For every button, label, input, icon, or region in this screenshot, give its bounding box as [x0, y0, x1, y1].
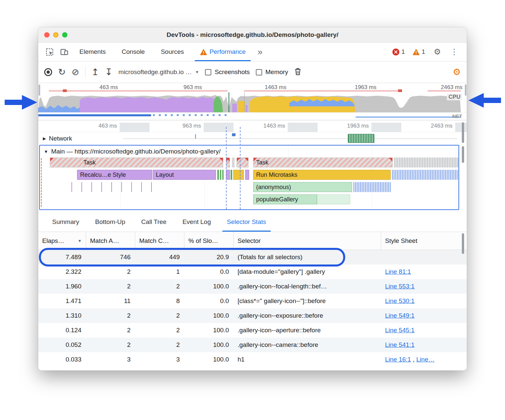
flame-chart[interactable]: Task Task Recalcu…e Style Layout Run Mic… — [40, 158, 458, 208]
flame-bar[interactable] — [232, 158, 235, 167]
column-header-match-count[interactable]: Match C… — [135, 232, 184, 250]
flame-bar[interactable] — [231, 170, 232, 180]
scrollbar[interactable] — [462, 122, 464, 143]
settings-gear-icon[interactable]: ⚙ — [430, 47, 445, 56]
stylesheet-link[interactable]: Line 541:1 — [385, 341, 415, 348]
flame-bar-cluster[interactable] — [354, 182, 391, 192]
warning-badge[interactable]: 1 — [409, 49, 428, 55]
column-label: Elaps… — [42, 237, 64, 245]
profile-select[interactable]: microsoftedge.github.io … ▼ — [119, 68, 199, 76]
capture-settings-gear-icon[interactable]: ⚙ — [453, 67, 461, 77]
cell-slow-pct: 100.0 — [184, 312, 234, 319]
kebab-menu-icon[interactable]: ⋮ — [446, 47, 462, 56]
flame-bar[interactable] — [222, 170, 224, 180]
flame-bar-recalculate-style[interactable]: Recalcu…e Style — [77, 170, 152, 180]
tab-performance[interactable]: Performance — [193, 43, 253, 61]
flame-bar[interactable] — [233, 170, 244, 180]
screenshots-checkbox[interactable]: Screenshots — [205, 68, 250, 76]
checkbox-box[interactable] — [205, 69, 211, 75]
table-row[interactable]: 2.322210.0[data-module="gallery"] .galle… — [38, 264, 467, 279]
table-row[interactable]: 1.96022100.0.gallery-icon--focal-length:… — [38, 279, 467, 294]
stylesheet-link[interactable]: Line 530:1 — [385, 297, 415, 304]
tab-elements[interactable]: Elements — [72, 43, 113, 61]
more-tabs-icon[interactable]: » — [254, 47, 265, 57]
flame-bar-anonymous[interactable]: (anonymous) — [253, 182, 352, 192]
stylesheet-link[interactable]: Line 549:1 — [385, 312, 415, 319]
column-header-elapsed[interactable]: Elaps…▼ — [38, 232, 86, 250]
stylesheet-link[interactable]: Line 545:1 — [385, 327, 415, 334]
flame-bar[interactable] — [317, 194, 350, 204]
column-header-slow-pct[interactable]: % of Slo… — [184, 232, 234, 250]
stylesheet-link[interactable]: Line… — [416, 356, 435, 363]
table-row[interactable]: 0.12422100.0.gallery-icon--aperture::bef… — [38, 323, 467, 338]
scrollbar[interactable] — [462, 146, 464, 163]
network-request[interactable] — [232, 133, 236, 136]
flame-bar[interactable] — [245, 170, 249, 180]
network-request[interactable] — [348, 134, 374, 143]
flame-bar-cluster[interactable] — [392, 170, 459, 180]
tab-summary[interactable]: Summary — [44, 212, 87, 232]
stylesheet-link[interactable]: Line 553:1 — [385, 283, 415, 290]
table-row[interactable]: 1.31022100.0.gallery-icon--exposure::bef… — [38, 308, 467, 323]
tab-label: Bottom-Up — [95, 218, 125, 226]
device-toolbar-icon[interactable] — [57, 45, 71, 58]
main-expander-icon[interactable]: ▼ — [44, 149, 48, 154]
network-track[interactable]: ▶ Network — [38, 132, 467, 145]
table-row[interactable]: 0.05222100.0.gallery-icon--camera::befor… — [38, 338, 467, 352]
cpu-activity-chart[interactable]: CPU — [38, 92, 467, 112]
flame-bar-cluster[interactable] — [71, 182, 154, 192]
scrollbar[interactable] — [462, 233, 464, 254]
flame-bar-layout[interactable]: Layout — [153, 170, 216, 180]
cell-stylesheet: Line 16:1 , Line… — [381, 356, 459, 363]
stylesheet-link[interactable]: Line 16:1 — [385, 356, 411, 363]
long-task-red-bar — [398, 89, 402, 92]
tab-call-tree[interactable]: Call Tree — [133, 212, 174, 232]
tab-sources[interactable]: Sources — [153, 43, 191, 61]
flame-bar-task[interactable]: Task — [253, 158, 393, 167]
column-header-selector[interactable]: Selector — [234, 232, 381, 250]
tab-selector-stats[interactable]: Selector Stats — [219, 212, 274, 232]
network-activity-strip[interactable]: NET — [38, 112, 467, 120]
time-label: 1963 ms — [347, 84, 376, 91]
save-profile-icon[interactable]: ↧ — [105, 68, 113, 77]
overview-left-handle[interactable] — [39, 84, 40, 96]
cell-elapsed: 0.124 — [38, 327, 86, 334]
collect-garbage-icon[interactable] — [294, 67, 302, 77]
flame-bar-task[interactable] — [237, 158, 249, 167]
main-thread-track[interactable]: ▼ Main — https://microsoftedge.github.io… — [39, 145, 459, 210]
column-header-match-attempts[interactable]: Match A… — [86, 232, 135, 250]
clear-recording-icon[interactable]: ⊘ — [72, 68, 79, 77]
tab-bottom-up[interactable]: Bottom-Up — [87, 212, 133, 232]
flame-bar[interactable] — [220, 170, 221, 180]
load-profile-icon[interactable]: ↥ — [91, 68, 99, 77]
tab-console[interactable]: Console — [114, 43, 152, 61]
flame-bar-run-microtasks[interactable]: Run Microtasks — [253, 170, 391, 180]
cpu-chart-svg — [38, 92, 467, 112]
long-task-bar — [428, 90, 461, 92]
reload-and-record-icon[interactable]: ↻ — [58, 68, 66, 77]
close-button[interactable] — [44, 32, 50, 38]
tab-event-log[interactable]: Event Log — [174, 212, 219, 232]
warning-icon — [200, 49, 207, 55]
table-row[interactable]: 1.4711180.0[class*=" gallery-icon--"]::b… — [38, 294, 467, 308]
inspect-element-icon[interactable] — [43, 45, 56, 58]
record-button[interactable] — [44, 68, 52, 76]
flame-bar-task[interactable]: Task — [50, 158, 223, 167]
table-row[interactable]: 0.03333100.0h1Line 16:1 , Line… — [38, 352, 467, 367]
flame-bar-populate-gallery[interactable]: populateGallery — [253, 194, 317, 204]
devtools-window: DevTools - microsoftedge.github.io/Demos… — [38, 27, 467, 370]
zoom-button[interactable] — [62, 32, 67, 38]
network-expander-icon[interactable]: ▶ — [43, 136, 46, 141]
column-header-style-sheet[interactable]: Style Sheet — [381, 232, 459, 250]
overview-right-handle[interactable] — [465, 84, 466, 96]
stylesheet-link[interactable]: Line 81:1 — [385, 268, 411, 275]
error-badge[interactable]: 1 — [389, 49, 408, 55]
long-task-bar — [244, 90, 402, 92]
timeline-overview[interactable]: 463 ms 963 ms 1463 ms 1963 ms 2463 ms — [38, 83, 467, 120]
checkbox-box[interactable] — [256, 69, 262, 75]
minimize-button[interactable] — [53, 32, 58, 38]
network-request[interactable] — [195, 134, 196, 139]
flame-bar[interactable] — [217, 170, 219, 180]
memory-checkbox[interactable]: Memory — [256, 68, 288, 76]
flame-bar-cluster[interactable] — [394, 158, 459, 167]
